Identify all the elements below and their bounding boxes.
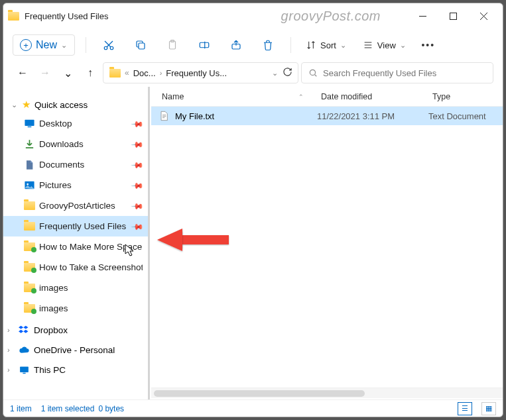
sidebar-item-label: Documents [39,160,129,170]
new-label: New [36,39,57,51]
sidebar-item-documents[interactable]: Documents 📌 [3,154,148,175]
pin-icon: 📌 [131,178,145,192]
share-button[interactable] [224,33,248,57]
details-view-button[interactable]: ☰ [458,402,472,415]
pin-icon: 📌 [131,117,145,131]
column-type[interactable]: Type [428,89,454,104]
sidebar-item-groovypostarticles[interactable]: GroovyPostArticles 📌 [3,195,148,216]
cut-button[interactable] [97,33,121,57]
delete-button[interactable] [256,33,280,57]
pictures-icon [23,180,35,191]
sort-button[interactable]: Sort ⌄ [302,34,351,56]
watermark: groovyPost.com [281,9,381,24]
rename-button[interactable] [192,33,216,57]
sidebar-item-label: How to Make More Space Av [39,242,143,252]
refresh-button[interactable] [283,67,292,79]
pc-icon [18,364,30,376]
forward-button[interactable]: → [35,63,55,83]
chevron-right-icon: › [7,366,14,374]
desktop-icon [23,118,35,130]
sidebar-item-how-to-screenshot[interactable]: How to Take a Screenshot on [3,257,148,278]
file-type: Text Document [428,111,503,121]
folder-shared-icon [23,241,35,253]
onedrive-icon [18,344,30,356]
document-icon [23,159,35,171]
column-date[interactable]: Date modified [317,89,376,104]
breadcrumb-seg[interactable]: Frequently Us... [166,68,227,78]
view-label: View [377,40,396,50]
chevron-right-icon: › [7,326,14,334]
status-bar: 1 item 1 item selected 0 bytes ☰ ▦ [3,399,503,417]
pin-icon: 📌 [131,158,145,172]
column-name[interactable]: Name [158,89,188,104]
sidebar-item-frequently-used-files[interactable]: Frequently Used Files 📌 [3,216,148,236]
sidebar-item-label: Frequently Used Files [39,221,129,231]
chevron-down-icon: ⌄ [340,41,347,50]
file-list-pane: Name⌃ Date modified Type My File.txt 11/… [151,87,503,399]
sidebar-item-label: Desktop [39,119,129,129]
recent-locations-button[interactable]: ⌄ [58,63,78,83]
search-box[interactable] [301,62,493,83]
folder-icon [7,10,19,22]
svg-rect-19 [25,120,34,126]
horizontal-scrollbar[interactable] [151,388,503,398]
svg-rect-23 [20,366,29,372]
quick-access-header[interactable]: ⌄ ★ Quick access [3,96,148,113]
sidebar-item-desktop[interactable]: Desktop 📌 [3,113,148,134]
thispc-label: This PC [34,365,66,375]
toolbar: + New ⌄ Sort ⌄ View ⌄ ••• [3,28,503,62]
sort-indicator-icon: ⌃ [298,93,304,100]
sidebar-section-thispc[interactable]: › This PC [3,358,148,378]
sort-label: Sort [320,40,336,50]
copy-button[interactable] [129,33,153,57]
svg-point-17 [310,70,315,75]
file-row[interactable]: My File.txt 11/22/2021 3:11 PM Text Docu… [151,107,503,125]
thumbnails-view-button[interactable]: ▦ [481,402,496,415]
file-explorer-window: Frequently Used Files groovyPost.com + N… [3,3,503,417]
star-icon: ★ [22,99,31,111]
svg-rect-1 [450,13,456,19]
paste-button[interactable] [160,33,184,57]
view-button[interactable]: View ⌄ [359,34,411,56]
svg-rect-8 [139,43,145,49]
pin-icon: 📌 [131,199,145,213]
download-icon [23,138,35,150]
close-button[interactable] [468,5,499,26]
back-button[interactable]: ← [13,63,32,83]
maximize-button[interactable] [438,5,468,26]
sidebar-item-downloads[interactable]: Downloads 📌 [3,134,148,154]
file-name: My File.txt [175,111,214,121]
chevron-down-icon: ⌄ [61,41,68,50]
sidebar-item-pictures[interactable]: Pictures 📌 [3,175,148,195]
new-button[interactable]: + New ⌄ [13,34,75,56]
svg-rect-24 [23,372,25,373]
chevron-right-icon: › [160,69,162,77]
sidebar-item-how-to-make-space[interactable]: How to Make More Space Av [3,236,148,257]
up-button[interactable]: ↑ [80,63,100,83]
folder-icon [109,67,121,79]
address-bar[interactable]: « Doc... › Frequently Us... ⌄ [103,62,298,83]
sidebar-item-images-2[interactable]: images [3,298,148,319]
chevron-down-icon[interactable]: ⌄ [272,69,279,78]
sidebar-item-label: Pictures [39,180,129,190]
search-input[interactable] [323,68,486,78]
chevrons-icon: « [125,68,129,78]
minimize-button[interactable] [407,5,438,26]
svg-rect-20 [27,127,31,127]
status-size: 0 bytes [98,404,124,413]
status-selection: 1 item selected [41,404,95,413]
folder-icon [23,221,35,233]
status-item-count: 1 item [10,404,32,413]
navigation-pane: ⌄ ★ Quick access Desktop 📌 Downloads 📌 D… [3,87,148,399]
splitter[interactable] [148,87,150,399]
plus-circle-icon: + [20,39,32,51]
sidebar-item-images[interactable]: images [3,278,148,298]
breadcrumb-seg[interactable]: Doc... [133,68,156,78]
more-button[interactable]: ••• [418,35,438,55]
sidebar-item-label: images [39,303,143,313]
sidebar-section-dropbox[interactable]: › Dropbox [3,319,148,339]
sidebar-item-label: Downloads [39,139,129,149]
sidebar-section-onedrive[interactable]: › OneDrive - Personal [3,339,148,358]
sidebar-item-label: images [39,283,143,293]
file-date: 11/22/2021 3:11 PM [317,111,428,121]
